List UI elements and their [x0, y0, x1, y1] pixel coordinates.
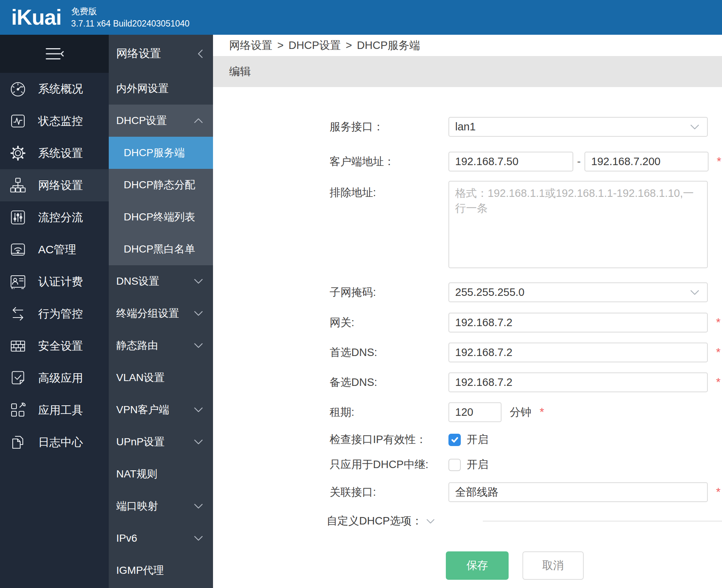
dhcp-server-edit-form: 服务接口： lan1 客户端地址： - * 排除地址:	[213, 87, 722, 588]
section-divider	[483, 521, 722, 522]
doc-check-icon	[9, 369, 27, 387]
lease-label: 租期:	[330, 405, 448, 420]
client-address-end-input[interactable]	[584, 152, 709, 171]
monitor-wave-icon	[9, 112, 27, 130]
form-row-exclude-address: 排除地址:	[213, 181, 722, 268]
exclude-address-textarea[interactable]	[448, 181, 708, 268]
sidebar-item-label: 系统设置	[38, 146, 83, 161]
chevron-down-icon	[194, 439, 203, 445]
sidebar-item-ac-management[interactable]: AC管理	[0, 233, 109, 266]
required-marker: *	[716, 377, 721, 388]
sidebar-item-label: 行为管控	[38, 306, 83, 322]
breadcrumb-network-settings[interactable]: 网络设置	[229, 38, 272, 53]
dhcp-relay-only-text: 开启	[467, 457, 488, 472]
sidebar-item-label: AC管理	[38, 242, 76, 257]
sidebar-item-log-center[interactable]: 日志中心	[0, 426, 109, 458]
sliders-icon	[9, 208, 27, 226]
required-marker: *	[717, 156, 721, 167]
netmask-label: 子网掩码:	[330, 285, 448, 300]
submenu-item-vpn-client[interactable]: VPN客户端	[109, 394, 213, 426]
primary-dns-input[interactable]	[448, 343, 708, 362]
sidebar-item-behavior-control[interactable]: 行为管控	[0, 298, 109, 330]
netmask-select[interactable]: 255.255.255.0	[448, 282, 708, 302]
sidebar-item-label: 网络设置	[38, 178, 83, 193]
sidebar-item-label: 流控分流	[38, 210, 83, 225]
submenu-item-dns[interactable]: DNS设置	[109, 265, 213, 297]
check-interface-ip-checkbox[interactable]	[448, 434, 461, 446]
breadcrumb: 网络设置 > DHCP设置 > DHCP服务端	[213, 35, 722, 56]
sidebar-item-network-settings[interactable]: 网络设置	[0, 169, 109, 201]
breadcrumb-dhcp-settings[interactable]: DHCP设置	[289, 38, 341, 53]
sidebar-item-status-monitor[interactable]: 状态监控	[0, 105, 109, 137]
form-actions: 保存 取消	[213, 551, 722, 580]
lease-input[interactable]	[448, 402, 502, 422]
sidebar-collapse-button[interactable]	[0, 35, 109, 73]
required-marker: *	[540, 406, 544, 418]
primary-sidebar: 系统概况 状态监控 系统设置 网络设置	[0, 35, 109, 588]
sidebar-item-advanced-apps[interactable]: 高级应用	[0, 362, 109, 394]
submenu-item-ipv6[interactable]: IPv6	[109, 522, 213, 554]
client-address-start-input[interactable]	[448, 152, 573, 171]
chevron-down-icon[interactable]	[426, 519, 435, 524]
sidebar-item-flow-control[interactable]: 流控分流	[0, 201, 109, 233]
exclude-address-label: 排除地址:	[330, 185, 448, 200]
submenu-item-terminal-groups[interactable]: 终端分组设置	[109, 297, 213, 329]
content-area: 网络设置 > DHCP设置 > DHCP服务端 编辑 服务接口： lan1	[213, 35, 722, 588]
form-row-lease: 租期: 分钟 *	[213, 402, 722, 422]
network-sitemap-icon	[9, 176, 27, 194]
check-interface-ip-text: 开启	[467, 432, 488, 447]
sidebar-item-system-overview[interactable]: 系统概况	[0, 73, 109, 105]
chevron-down-icon	[690, 124, 700, 130]
gateway-input[interactable]	[448, 313, 708, 332]
breadcrumb-separator: >	[277, 39, 284, 52]
submenu-item-port-mapping[interactable]: 端口映射	[109, 490, 213, 522]
chevron-up-icon	[194, 118, 203, 124]
network-settings-submenu: 网络设置 内外网设置 DHCP设置 DHCP服务端 DHCP静态分配 DHCP终…	[109, 35, 213, 588]
sidebar-item-auth-billing[interactable]: 认证计费	[0, 266, 109, 298]
bind-interface-input[interactable]	[448, 482, 708, 502]
secondary-dns-input[interactable]	[448, 372, 708, 392]
cancel-button[interactable]: 取消	[522, 551, 584, 580]
ikuai-admin-page: iKuai 免费版 3.7.11 x64 Build202403051040 系…	[0, 0, 722, 588]
submenu-item-dhcp-clients[interactable]: DHCP终端列表	[109, 201, 213, 233]
sidebar-item-system-settings[interactable]: 系统设置	[0, 137, 109, 169]
form-row-primary-dns: 首选DNS: *	[213, 343, 722, 362]
submenu-title[interactable]: 网络设置	[109, 35, 213, 72]
form-row-bind-interface: 关联接口: *	[213, 482, 722, 502]
form-row-client-address: 客户端地址： - *	[213, 152, 722, 171]
submenu-item-upnp[interactable]: UPnP设置	[109, 426, 213, 458]
tools-wrench-icon	[9, 401, 27, 419]
submenu-item-igmp-proxy[interactable]: IGMP代理	[109, 554, 213, 587]
swap-arrows-icon	[9, 305, 27, 323]
save-button[interactable]: 保存	[446, 551, 509, 580]
service-interface-label: 服务接口：	[330, 120, 448, 134]
id-card-icon	[9, 273, 27, 291]
bind-interface-label: 关联接口:	[330, 485, 448, 500]
form-row-service-interface: 服务接口： lan1	[213, 117, 722, 137]
breadcrumb-dhcp-server[interactable]: DHCP服务端	[357, 38, 420, 53]
dhcp-relay-only-label: 只应用于DHCP中继:	[330, 457, 448, 472]
form-row-check-interface-ip: 检查接口IP有效性： 开启	[213, 432, 722, 447]
service-interface-select[interactable]: lan1	[448, 117, 708, 137]
required-marker: *	[716, 317, 721, 328]
sidebar-item-app-tools[interactable]: 应用工具	[0, 394, 109, 426]
submenu-item-dhcp-blackwhite[interactable]: DHCP黑白名单	[109, 233, 213, 265]
form-row-secondary-dns: 备选DNS: *	[213, 372, 722, 392]
chevron-down-icon	[194, 407, 203, 413]
chevron-down-icon	[194, 343, 203, 349]
submenu-item-dhcp-settings[interactable]: DHCP设置	[109, 105, 213, 137]
submenu-item-vlan[interactable]: VLAN设置	[109, 362, 213, 394]
sidebar-item-security-settings[interactable]: 安全设置	[0, 330, 109, 362]
form-row-dhcp-relay-only: 只应用于DHCP中继: 开启	[213, 457, 722, 472]
breadcrumb-separator: >	[346, 39, 352, 52]
submenu-item-dhcp-server[interactable]: DHCP服务端	[109, 137, 213, 169]
ikuai-logo: iKuai	[11, 7, 61, 28]
dhcp-relay-only-checkbox[interactable]	[448, 459, 461, 471]
submenu-item-wan-lan[interactable]: 内外网设置	[109, 72, 213, 105]
form-row-custom-dhcp-options: 自定义DHCP选项：	[213, 513, 722, 530]
chevron-down-icon	[194, 503, 203, 509]
chevron-down-icon	[194, 310, 203, 316]
submenu-item-dhcp-static[interactable]: DHCP静态分配	[109, 169, 213, 201]
submenu-item-nat-rules[interactable]: NAT规则	[109, 458, 213, 490]
submenu-item-static-routes[interactable]: 静态路由	[109, 329, 213, 362]
